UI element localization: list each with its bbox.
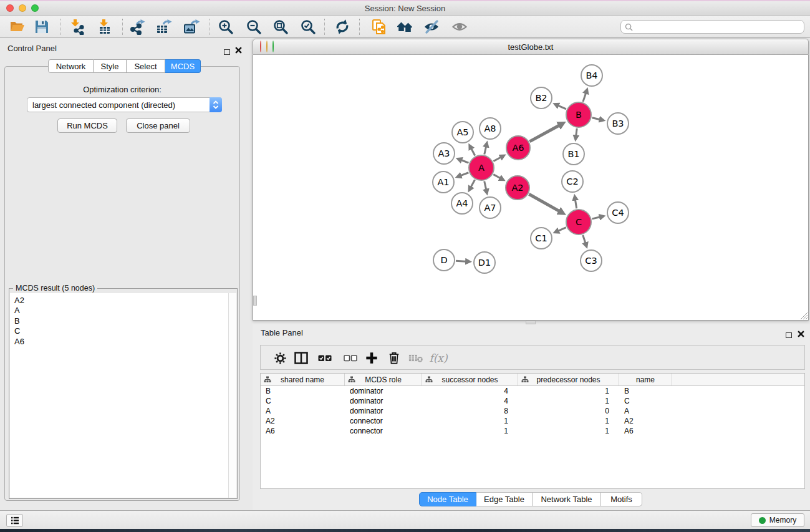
graph-node-A1[interactable]: A1: [433, 172, 454, 193]
open-session-button[interactable]: [8, 17, 27, 36]
float-panel-icon[interactable]: [224, 46, 230, 57]
graph-node-D1[interactable]: D1: [474, 252, 495, 273]
graph-node-A5[interactable]: A5: [452, 122, 473, 143]
graph-node-C[interactable]: C: [566, 210, 591, 235]
cell-predecessor-nodes[interactable]: 1: [518, 426, 619, 436]
cell-successor-nodes[interactable]: 8: [422, 406, 518, 416]
add-column-button[interactable]: [364, 351, 380, 365]
graph-edge-B-B2[interactable]: [558, 105, 566, 109]
graph-node-A3[interactable]: A3: [433, 143, 455, 164]
network-window-titlebar[interactable]: testGlobe.txt: [253, 39, 809, 55]
table-row[interactable]: Cdominator41C: [261, 396, 804, 406]
tab-mcds[interactable]: MCDS: [165, 59, 201, 73]
import-table-button[interactable]: [95, 17, 114, 36]
graph-node-B[interactable]: B: [566, 102, 591, 127]
graph-node-C1[interactable]: C1: [531, 228, 552, 249]
graph-edge-A-A3[interactable]: [461, 160, 468, 163]
cell-successor-nodes[interactable]: 1: [422, 416, 518, 426]
save-session-button[interactable]: [32, 17, 51, 36]
zoom-in-button[interactable]: [216, 17, 235, 36]
select-all-button[interactable]: [317, 351, 333, 365]
cell-MCDS-role[interactable]: connector: [345, 416, 422, 426]
delete-column-button[interactable]: [386, 351, 402, 365]
cell-predecessor-nodes[interactable]: 1: [518, 416, 619, 426]
tab-node-table[interactable]: Node Table: [419, 492, 476, 506]
column-header-MCDS-role[interactable]: MCDS role: [345, 374, 422, 385]
graph-edge-C-C2[interactable]: [576, 200, 577, 209]
browse-mode-button[interactable]: [293, 351, 309, 365]
table-row[interactable]: Adominator80A: [261, 406, 804, 416]
mcds-result-scrollbar[interactable]: [228, 293, 236, 498]
import-network-button[interactable]: [67, 17, 86, 36]
graph-node-B1[interactable]: B1: [563, 143, 584, 165]
tab-network[interactable]: Network: [48, 59, 94, 73]
table-row[interactable]: A2connector11A2: [261, 416, 804, 426]
show-hide-panel-button[interactable]: [450, 17, 469, 36]
cell-MCDS-role[interactable]: dominator: [345, 396, 422, 406]
graph-node-A8[interactable]: A8: [480, 118, 501, 139]
mcds-result-item[interactable]: B: [14, 316, 228, 326]
graph-node-A[interactable]: A: [469, 155, 494, 180]
graph-edge-A-A2[interactable]: [493, 175, 500, 178]
graph-node-A2[interactable]: A2: [506, 176, 529, 200]
cell-shared-name[interactable]: A: [261, 406, 345, 416]
window-resize-grip[interactable]: [799, 311, 808, 319]
graph-edge-A-A6[interactable]: [493, 157, 501, 161]
tab-select[interactable]: Select: [127, 59, 165, 73]
zoom-selected-button[interactable]: [299, 17, 317, 36]
graph-edge-D-D1[interactable]: [456, 261, 466, 261]
graph-edge-A6-B[interactable]: [529, 125, 559, 142]
column-header-shared-name[interactable]: shared name: [261, 374, 345, 385]
table-settings-button[interactable]: [272, 351, 288, 365]
cell-successor-nodes[interactable]: 1: [422, 426, 518, 436]
graph-edge-B-B1[interactable]: [576, 128, 577, 135]
canvas-splitter-grip[interactable]: [253, 296, 257, 306]
graph-node-A4[interactable]: A4: [451, 193, 473, 214]
graph-node-C3[interactable]: C3: [581, 250, 602, 271]
cell-MCDS-role[interactable]: dominator: [345, 386, 422, 396]
column-header-successor-nodes[interactable]: successor nodes: [422, 374, 518, 385]
cell-name[interactable]: A2: [619, 416, 672, 426]
graph-node-C4[interactable]: C4: [607, 202, 629, 223]
float-table-panel-icon[interactable]: [786, 329, 792, 341]
cell-predecessor-nodes[interactable]: 0: [518, 406, 619, 416]
graph-edge-A-A4[interactable]: [471, 180, 475, 186]
cell-name[interactable]: B: [619, 386, 672, 396]
close-table-panel-icon[interactable]: [798, 329, 805, 336]
graph-edge-A-A1[interactable]: [461, 173, 468, 176]
column-header-predecessor-nodes[interactable]: predecessor nodes: [518, 374, 619, 385]
memory-button[interactable]: Memory: [751, 513, 804, 527]
table-row[interactable]: Bdominator41B: [261, 386, 804, 396]
graph-node-A6[interactable]: A6: [506, 136, 530, 160]
tab-edge-table[interactable]: Edge Table: [476, 492, 533, 506]
column-header-name[interactable]: name: [619, 374, 672, 385]
graph-node-C2[interactable]: C2: [562, 171, 583, 192]
cell-predecessor-nodes[interactable]: 1: [518, 386, 619, 396]
table-row[interactable]: A6connector11A6: [261, 426, 804, 436]
cell-name[interactable]: C: [619, 396, 672, 406]
graph-edge-C-C3[interactable]: [583, 235, 586, 243]
graph-edge-A-A8[interactable]: [485, 147, 486, 154]
close-panel-button[interactable]: Close panel: [126, 118, 190, 133]
graph-edge-A-A7[interactable]: [485, 181, 486, 189]
graph-node-A7[interactable]: A7: [480, 197, 501, 218]
cell-successor-nodes[interactable]: 4: [422, 386, 518, 396]
export-table-button[interactable]: [155, 17, 173, 36]
mcds-result-list[interactable]: A2ABCA6: [10, 293, 228, 498]
cell-shared-name[interactable]: C: [261, 396, 345, 406]
cell-predecessor-nodes[interactable]: 1: [518, 396, 619, 406]
graph-node-B4[interactable]: B4: [581, 65, 602, 86]
export-image-button[interactable]: [182, 17, 201, 36]
zoom-out-button[interactable]: [244, 17, 263, 36]
deselect-all-button[interactable]: [342, 351, 359, 365]
network-canvas[interactable]: B4B2BB3A8A5A6A3B1AC2A1A2A4A7C4CC1C3DD1: [253, 55, 809, 321]
graph-edge-A-A5[interactable]: [471, 149, 475, 156]
task-history-button[interactable]: [6, 514, 23, 527]
graph-node-B2[interactable]: B2: [531, 87, 552, 109]
app-titlebar[interactable]: Session: New Session: [0, 1, 810, 16]
graph-edge-A2-C[interactable]: [529, 194, 559, 211]
run-mcds-button[interactable]: Run MCDS: [57, 118, 117, 133]
cell-shared-name[interactable]: A2: [261, 416, 345, 426]
cell-successor-nodes[interactable]: 4: [422, 396, 518, 406]
cell-MCDS-role[interactable]: dominator: [345, 406, 422, 416]
